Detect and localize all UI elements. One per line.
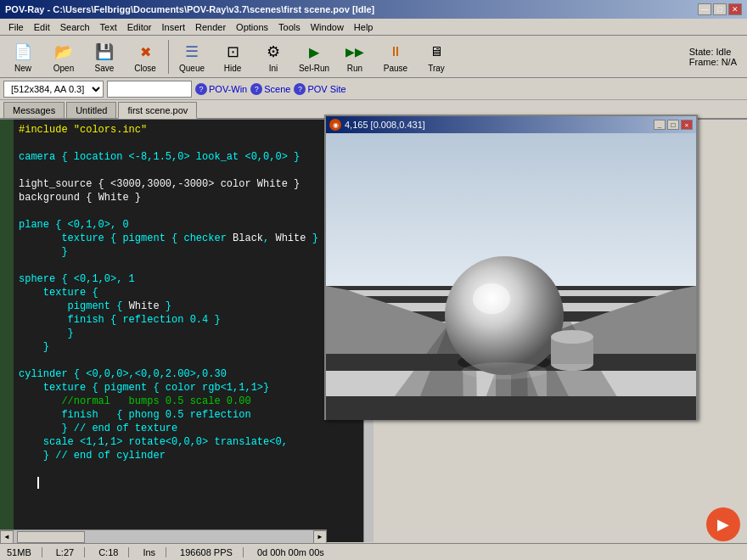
code-line-9: texture { pigment { checker Black, White… — [19, 232, 358, 245]
render-controls: _ □ ✕ — [654, 120, 693, 130]
open-label: Open — [53, 64, 74, 73]
menu-text[interactable]: Text — [95, 20, 122, 34]
state-panel: State: Idle Frame: N/A — [682, 43, 744, 70]
save-label: Save — [95, 64, 115, 73]
svg-point-19 — [445, 256, 564, 375]
menu-render[interactable]: Render — [190, 20, 231, 34]
run-button[interactable]: Run — [335, 38, 374, 76]
run-label: Run — [347, 64, 362, 73]
save-button[interactable]: Save — [85, 38, 124, 76]
code-line-2 — [19, 137, 358, 150]
code-line-23: } // end of texture — [19, 422, 358, 435]
menu-search[interactable]: Search — [55, 20, 95, 34]
new-button[interactable]: New — [3, 38, 42, 76]
tab-untitled[interactable]: Untitled — [66, 102, 116, 118]
run-icon — [341, 41, 368, 64]
toolbar: New Open Save Close Queue Hide Ini Sel-R… — [0, 36, 747, 78]
maximize-button[interactable]: □ — [713, 3, 727, 15]
scroll-left-button[interactable]: ◀ — [0, 530, 14, 544]
selrun-button[interactable]: Sel-Run — [295, 38, 334, 76]
h-scroll-thumb[interactable] — [17, 531, 85, 543]
scene-link[interactable]: Scene — [250, 83, 290, 95]
title-text: POV-Ray - C:\Users\Felbrigg\Documents\PO… — [5, 4, 374, 14]
menu-file[interactable]: File — [3, 20, 29, 34]
frame-label: Frame: — [689, 57, 719, 67]
menu-insert[interactable]: Insert — [157, 20, 191, 34]
tray-button[interactable]: Tray — [417, 38, 456, 76]
code-line-11 — [19, 259, 358, 272]
status-bar: 51MB L:27 C:18 Ins 196608 PPS 0d 00h 00m… — [0, 543, 747, 560]
open-button[interactable]: Open — [44, 38, 83, 76]
menu-help[interactable]: Help — [349, 20, 379, 34]
pluralsight-logo: ▶ — [706, 507, 740, 541]
open-icon — [50, 41, 77, 64]
code-line-3: camera { location <-8,1.5,0> look_at <0,… — [19, 150, 358, 164]
svg-point-24 — [462, 362, 547, 379]
scroll-right-button[interactable]: ▶ — [313, 530, 327, 544]
code-line-5: light_source { <3000,3000,-3000> color W… — [19, 177, 358, 191]
toolbar-separator-1 — [168, 40, 169, 74]
code-line-13: texture { — [19, 286, 358, 300]
code-line-4 — [19, 164, 358, 177]
title-controls: — □ ✕ — [698, 3, 742, 15]
close-file-button[interactable]: Close — [126, 38, 165, 76]
code-line-12: sphere { <0,1,0>, 1 — [19, 272, 358, 286]
code-line-22: finish { phong 0.5 reflection — [19, 408, 358, 422]
code-line-20: texture { pigment { color rgb<1,1,1>} — [19, 381, 358, 395]
render-close[interactable]: ✕ — [681, 120, 693, 130]
resolution-dropdown[interactable]: [512x384, AA 0.3] — [3, 81, 104, 98]
code-line-14: pigment { White } — [19, 300, 358, 313]
code-line-18 — [19, 354, 358, 367]
hide-button[interactable]: Hide — [213, 38, 252, 76]
new-icon — [9, 41, 37, 64]
render-canvas — [326, 133, 696, 420]
pause-button[interactable]: Pause — [376, 38, 415, 76]
code-line-16: } — [19, 327, 358, 340]
title-bar: POV-Ray - C:\Users\Felbrigg\Documents\PO… — [0, 0, 747, 19]
selrun-label: Sel-Run — [299, 64, 329, 73]
frame-value: N/A — [722, 57, 737, 67]
code-line-21: //normal bumps 0.5 scale 0.00 — [19, 395, 358, 408]
ini-label: Ini — [269, 64, 278, 73]
code-line-10: } — [19, 245, 358, 259]
menu-tools[interactable]: Tools — [273, 20, 306, 34]
code-line-15: finish { reflection 0.4 } — [19, 313, 358, 327]
code-line-cursor — [19, 476, 358, 490]
line-gutter — [0, 120, 14, 542]
menu-editor[interactable]: Editor — [122, 20, 157, 34]
render-titlebar: ◉ 4,165 [0.008,0.431] _ □ ✕ — [326, 116, 696, 133]
ini-button[interactable]: Ini — [254, 38, 293, 76]
povwin-link[interactable]: POV-Win — [195, 83, 247, 95]
render-input[interactable] — [107, 81, 192, 98]
close-button[interactable]: ✕ — [728, 3, 742, 15]
queue-label: Queue — [179, 64, 205, 73]
status-mode: Ins — [143, 547, 166, 557]
menu-edit[interactable]: Edit — [29, 20, 55, 34]
menu-options[interactable]: Options — [231, 20, 273, 34]
code-line-25: } // end of cylinder — [19, 449, 358, 462]
hide-label: Hide — [224, 64, 242, 73]
tab-first-scene[interactable]: first scene.pov — [118, 102, 197, 119]
resolution-bar: [512x384, AA 0.3] POV-Win Scene POV Site — [0, 78, 747, 100]
render-title-text: 4,165 [0.008,0.431] — [345, 120, 425, 130]
render-icon: ◉ — [329, 119, 341, 131]
povsite-link[interactable]: POV Site — [294, 83, 345, 95]
tray-label: Tray — [428, 64, 445, 73]
minimize-button[interactable]: — — [698, 3, 711, 15]
render-maximize[interactable]: □ — [667, 120, 679, 130]
render-minimize[interactable]: _ — [654, 120, 666, 130]
queue-button[interactable]: Queue — [172, 38, 211, 76]
pause-label: Pause — [384, 64, 407, 73]
render-svg — [326, 133, 696, 420]
queue-icon — [178, 41, 205, 64]
pause-icon — [382, 41, 409, 64]
new-label: New — [14, 64, 31, 73]
menu-window[interactable]: Window — [306, 20, 349, 34]
tray-icon — [423, 41, 450, 64]
editor-area[interactable]: #include "colors.inc" camera { location … — [0, 120, 374, 542]
tab-messages[interactable]: Messages — [3, 102, 65, 118]
code-editor[interactable]: #include "colors.inc" camera { location … — [14, 120, 363, 542]
status-memory: 51MB — [7, 547, 42, 557]
state-label: State: — [689, 47, 714, 57]
status-time: 0d 00h 00m 00s — [257, 547, 324, 557]
